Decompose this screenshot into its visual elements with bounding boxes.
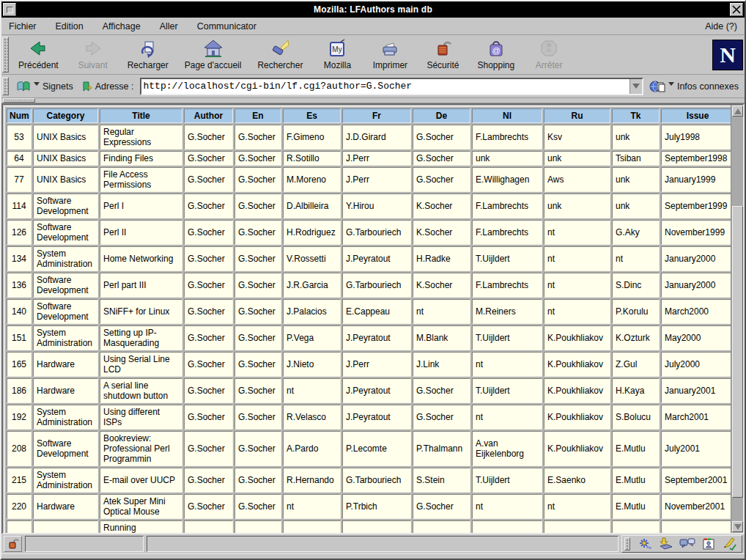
table-cell: March2000 [661, 299, 734, 324]
mailbox-icon[interactable] [658, 537, 674, 551]
mozilla-button[interactable]: My Mozilla [311, 36, 363, 73]
table-cell: G.Socher [184, 431, 233, 466]
scroll-down-button[interactable] [732, 521, 743, 532]
url-dropdown-button[interactable] [629, 79, 642, 94]
address-book-icon[interactable] [701, 537, 717, 551]
table-cell: G.Socher [234, 520, 281, 534]
stop-button[interactable]: Arrêter [522, 36, 575, 73]
window-bottom-frame [1, 553, 745, 559]
table-cell: System Administration [33, 405, 98, 430]
window-menu-button[interactable] [3, 3, 16, 16]
print-button[interactable]: Imprimer [363, 36, 416, 73]
table-cell: July2001 [661, 431, 734, 466]
status-zone-panel [25, 536, 144, 552]
titlebar: Mozilla: LFAuthors main db [1, 1, 745, 18]
toolbar-grip[interactable] [2, 37, 9, 73]
url-input[interactable] [141, 79, 629, 94]
table-cell: 53 [7, 125, 32, 150]
table-row: 134System AdministrationHome NetworkingG… [7, 246, 734, 271]
url-field-frame [140, 78, 643, 95]
table-cell: G.Socher [234, 378, 281, 403]
table-cell: System Administration [33, 468, 98, 493]
table-cell: G.Socher [234, 194, 281, 218]
table-cell: F.Lambrechts [472, 273, 542, 298]
close-button[interactable] [730, 3, 743, 16]
table-cell: 134 [7, 246, 32, 271]
table-cell: nt [413, 299, 470, 324]
reload-button[interactable]: Recharger [119, 36, 177, 73]
home-button[interactable]: Page d'accueil [177, 36, 250, 73]
table-cell: 208 [7, 431, 32, 466]
table-cell: G.Socher [184, 125, 233, 150]
table-cell: UNIX Basics [33, 167, 98, 192]
netscape-logo[interactable]: N [712, 40, 743, 70]
menu-edition[interactable]: Edition [56, 21, 84, 32]
table-cell: Software Development [33, 273, 98, 298]
table-cell: A.Pardo [283, 431, 341, 466]
table-cell: G.Socher [184, 325, 233, 350]
address-label-group: Adresse : [79, 79, 137, 94]
table-cell: G.Tarbouriech [342, 220, 411, 245]
scroll-down-icon [734, 524, 742, 530]
table-cell: nt [283, 378, 341, 403]
table-cell: G.Socher [234, 273, 281, 298]
table-cell: K.Poukhliakov [544, 378, 610, 403]
table-cell: Software Development [33, 299, 98, 324]
forward-button[interactable]: Suivant [67, 36, 119, 73]
table-cell: J.Palacios [283, 299, 341, 324]
back-button[interactable]: Précédent [10, 36, 67, 73]
window-title: Mozilla: LFAuthors main db [18, 4, 728, 15]
bookmarks-button[interactable]: Signets [13, 79, 76, 94]
table-cell: D.Albilleira [283, 194, 341, 218]
table-cell: Ksv [544, 125, 610, 150]
menu-aide[interactable]: Aide (?) [705, 21, 737, 32]
main-toolbar: Précédent Suivant Recharger [1, 35, 745, 75]
related-info-button[interactable]: Infos connexes [646, 78, 742, 95]
menu-communicator[interactable]: Communicator [197, 21, 256, 32]
shopping-bag-icon: @ [487, 38, 506, 59]
table-cell: G.Socher [234, 220, 281, 245]
table-cell: 192 [7, 405, 32, 430]
table-cell: G.Socher [184, 299, 233, 324]
bookmarks-caret-icon [34, 82, 40, 86]
table-row: 140Software DevelopmentSNiFF+ for LinuxG… [7, 299, 734, 324]
menu-affichage[interactable]: Affichage [103, 21, 141, 32]
scrollbar-thumb[interactable] [732, 206, 743, 498]
table-row: 136Software DevelopmentPerl part IIIG.So… [7, 273, 734, 298]
table-cell: Tsiban [612, 151, 660, 166]
locationbar-grip[interactable] [2, 77, 9, 95]
related-info-globe-icon [649, 80, 665, 93]
table-cell: nt [283, 520, 341, 534]
table-row: 114Software DevelopmentPerl IG.SocherG.S… [7, 194, 734, 218]
results-table-body: 53UNIX BasicsRegular ExpressionsG.Socher… [7, 125, 734, 534]
menu-aller[interactable]: Aller [160, 21, 178, 32]
table-cell: G.Socher [234, 299, 281, 324]
security-status-button[interactable] [4, 536, 22, 552]
table-cell: unk [612, 194, 660, 218]
table-cell: A.van Eijkelenborg [472, 431, 542, 466]
scroll-up-button[interactable] [732, 106, 743, 117]
svg-text:@: @ [492, 46, 500, 55]
search-icon [270, 38, 289, 59]
discussions-icon[interactable] [679, 537, 695, 551]
component-bar [621, 535, 742, 553]
table-cell: T.Uijldert [472, 468, 542, 493]
table-cell: Perl part III [100, 273, 182, 298]
search-button[interactable]: Rechercher [249, 36, 311, 73]
table-cell: November2001 [661, 494, 734, 519]
menu-fichier[interactable]: Fichier [9, 21, 37, 32]
composer-icon[interactable] [722, 537, 738, 551]
security-button[interactable]: Sécurité [416, 36, 469, 73]
table-cell: G.Socher [234, 352, 281, 377]
vertical-scrollbar[interactable] [731, 105, 743, 533]
table-cell: P.Korulu [612, 299, 660, 324]
table-cell: nt [342, 520, 411, 534]
table-cell: UNIX Basics [33, 151, 98, 166]
shopping-button[interactable]: @ Shopping [469, 36, 522, 73]
collapsed-toolbar-tab[interactable] [3, 98, 35, 103]
table-cell: G.Socher [413, 378, 470, 403]
navigator-icon[interactable] [637, 537, 653, 551]
table-cell: G.Socher [234, 431, 281, 466]
table-cell: nt [472, 405, 542, 430]
component-bar-grip[interactable] [624, 537, 630, 550]
